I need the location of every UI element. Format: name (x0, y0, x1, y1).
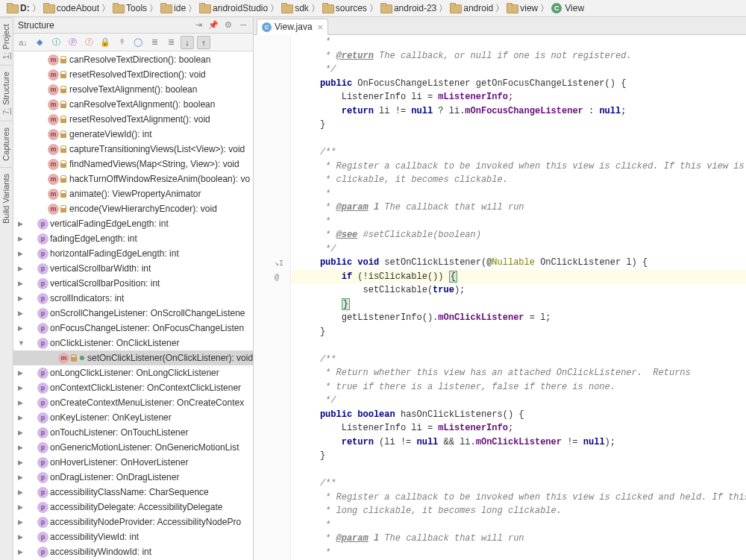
code-line[interactable]: ListenerInfo li = mListenerInfo; (291, 90, 746, 104)
chevron-right-icon[interactable]: ▶ (18, 324, 27, 332)
structure-tree-item[interactable]: ▶ponContextClickListener: OnContextClick… (13, 380, 253, 395)
structure-tree-item[interactable]: ▶phorizontalFadingEdgeLength: int (13, 246, 253, 261)
breadcrumb-item[interactable]: Tools (110, 3, 149, 13)
code-line[interactable]: setClickable(true); (291, 283, 746, 298)
side-tab[interactable]: 1: Project (0, 17, 12, 65)
editor-text[interactable]: * * @return The callback, or null if one… (291, 35, 746, 560)
side-tab[interactable]: Build Variants (0, 167, 12, 230)
code-line[interactable]: */ (291, 63, 746, 77)
code-line[interactable]: * long clickable, it becomes long clicka… (291, 504, 746, 518)
structure-tree-item[interactable]: msetOnClickListener(OnClickListener): vo… (13, 350, 253, 365)
structure-tree-item[interactable]: ▼ponClickListener: OnClickListener (13, 336, 253, 350)
chevron-right-icon[interactable]: ▶ (18, 548, 27, 556)
code-line[interactable]: ListenerInfo li = mListenerInfo; (291, 421, 746, 435)
code-line[interactable]: */ (291, 242, 746, 257)
structure-tree-item[interactable]: ▶ponDragListener: OnDragListener (13, 470, 253, 485)
chevron-right-icon[interactable]: ▶ (18, 369, 27, 377)
code-line[interactable]: * Register a callback to be invoked when… (291, 491, 746, 505)
structure-tree-item[interactable]: mcanResolveTextDirection(): boolean (13, 52, 253, 67)
chevron-right-icon[interactable]: ▶ (18, 414, 27, 421)
breadcrumb-item[interactable]: androidStudio (197, 3, 270, 13)
code-line[interactable]: getListenerInfo().mOnClickListener = l; (291, 311, 746, 325)
chevron-right-icon[interactable]: ▶ (18, 265, 27, 272)
code-line[interactable] (291, 463, 746, 477)
structure-tree-item[interactable]: mcaptureTransitioningViews(List<View>): … (13, 142, 253, 157)
breadcrumb-item[interactable]: android (448, 3, 495, 13)
code-line[interactable]: * @param l The callback that will run (291, 201, 746, 215)
code-line[interactable]: /** (291, 353, 746, 367)
code-line[interactable]: * (291, 35, 746, 49)
chevron-right-icon[interactable]: ▶ (18, 280, 27, 287)
code-line[interactable]: * true if there is a listener, false if … (291, 380, 746, 394)
structure-tree-item[interactable]: ▶paccessibilityDelegate: AccessibilityDe… (13, 500, 253, 515)
editor-tab-view-java[interactable]: C View.java × (257, 19, 328, 35)
structure-tree-item[interactable]: mresetResolvedTextDirection(): void (13, 67, 253, 82)
chevron-right-icon[interactable]: ▶ (18, 235, 27, 242)
chevron-right-icon[interactable]: ▶ (18, 220, 27, 227)
code-line[interactable]: * Register a callback to be invoked when… (291, 160, 746, 174)
show-fields-icon[interactable]: ⓕ (82, 36, 95, 49)
structure-tree-item[interactable]: ▶pverticalFadingEdgeLength: int (13, 216, 253, 231)
breadcrumb-item[interactable]: sources (320, 3, 369, 13)
breadcrumb-item[interactable]: D: (4, 3, 32, 13)
structure-tree-item[interactable]: ▶ponTouchListener: OnTouchListener (13, 425, 253, 440)
editor-gutter[interactable]: ↘I @ (254, 35, 291, 560)
filter-icon1[interactable]: ≣ (148, 36, 161, 49)
breadcrumb-item[interactable]: sdk (279, 3, 311, 13)
autoscroll-from-icon[interactable]: ↑ (197, 36, 210, 49)
code-line[interactable]: /** (291, 145, 746, 160)
structure-tree-item[interactable]: ▶ponLongClickListener: OnLongClickListen… (13, 365, 253, 380)
show-lock-icon[interactable]: 🔒 (98, 36, 112, 49)
chevron-right-icon[interactable]: ▶ (18, 384, 27, 391)
structure-tree-item[interactable]: ▶ponScrollChangeListener: OnScrollChange… (13, 306, 253, 321)
chevron-right-icon[interactable]: ▶ (18, 518, 27, 526)
structure-tree-item[interactable]: mencode(ViewHierarchyEncoder): void (13, 201, 253, 216)
filter-icon2[interactable]: ≣ (164, 36, 178, 49)
chevron-right-icon[interactable]: ▶ (18, 503, 27, 511)
side-tab[interactable]: Captures (0, 121, 12, 167)
gear-icon[interactable]: ⚙ (223, 20, 233, 31)
code-line[interactable]: * Return whether this view has an attach… (291, 366, 746, 380)
chevron-right-icon[interactable]: ▶ (18, 459, 27, 466)
chevron-right-icon[interactable]: ▶ (18, 309, 27, 317)
structure-tree-item[interactable]: mfindNamedViews(Map<String, View>): void (13, 157, 253, 172)
chevron-right-icon[interactable]: ▶ (18, 399, 27, 406)
code-line[interactable]: return li != null ? li.mOnFocusChangeLis… (291, 104, 746, 119)
minimize-icon[interactable]: ─ (238, 20, 248, 31)
code-line[interactable]: } (291, 118, 746, 132)
chevron-down-icon[interactable]: ▼ (18, 339, 27, 347)
code-line[interactable]: * (291, 187, 746, 201)
structure-tree-item[interactable]: manimate(): ViewPropertyAnimator (13, 186, 253, 201)
show-props-icon[interactable]: Ⓟ (66, 36, 79, 49)
chevron-right-icon[interactable]: ▶ (18, 474, 27, 481)
structure-tree-item[interactable]: ▶ponCreateContextMenuListener: OnCreateC… (13, 395, 253, 410)
code-line[interactable]: public void setOnClickListener(@Nullable… (291, 256, 746, 270)
show-interfaces-icon[interactable]: Ⓘ (49, 36, 63, 49)
code-line[interactable]: public OnFocusChangeListener getOnFocusC… (291, 77, 746, 91)
gutter-override-icon[interactable]: ↘I @ (275, 257, 290, 285)
structure-tree-item[interactable]: mresolveTextAlignment(): boolean (13, 82, 253, 97)
chevron-right-icon[interactable]: ▶ (18, 444, 27, 451)
structure-tree-item[interactable]: ▶paccessibilityClassName: CharSequence (13, 485, 253, 500)
code-line[interactable]: } (291, 298, 746, 312)
breadcrumb-item[interactable]: codeAbout (41, 3, 101, 13)
code-line[interactable]: * @param l The callback that will run (291, 532, 746, 546)
code-line[interactable]: * @see #setClickable(boolean) (291, 228, 746, 242)
structure-tree-item[interactable]: ▶ponKeyListener: OnKeyListener (13, 410, 253, 425)
chevron-right-icon[interactable]: ▶ (18, 250, 27, 257)
code-line[interactable]: * (291, 546, 746, 560)
code-line[interactable]: } (291, 325, 746, 339)
code-line[interactable]: * (291, 215, 746, 229)
pin-icon[interactable]: 📌 (208, 20, 219, 31)
close-icon[interactable]: × (318, 22, 324, 33)
code-line[interactable]: */ (291, 394, 746, 408)
structure-tree-item[interactable]: ▶pverticalScrollbarWidth: int (13, 261, 253, 276)
show-inherited-icon[interactable]: ↟ (115, 36, 128, 49)
code-line[interactable]: if (!isClickable()) { (291, 270, 746, 284)
side-tab[interactable]: 7: Structure (0, 65, 12, 121)
sort-az-icon[interactable]: a↓ (16, 36, 30, 49)
breadcrumb-item[interactable]: view (504, 3, 540, 13)
structure-tree-item[interactable]: ▶ponHoverListener: OnHoverListener (13, 455, 253, 470)
structure-tree-item[interactable]: ▶ponGenericMotionListener: OnGenericMoti… (13, 440, 253, 455)
breadcrumb-item[interactable]: CView (549, 3, 586, 13)
